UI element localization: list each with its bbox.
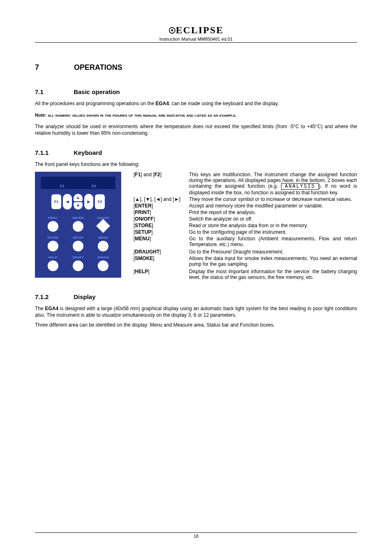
panel-button-label: MENU (99, 236, 108, 240)
right-arrow-key[interactable]: ► (84, 194, 93, 210)
key-description: This keys are multifunction. The instrum… (189, 172, 357, 196)
para-7-1-intro: All the procedures and programming opera… (35, 100, 357, 107)
page-header: ECLIPSE (35, 25, 357, 36)
menu-button[interactable] (98, 241, 108, 251)
panel-button-cell: DRAFT (68, 256, 88, 271)
key-desc-row: [HELP]Display the most important informa… (134, 269, 357, 280)
subsection-number: 7.1.1 (35, 149, 72, 156)
subsection-title: Basic operation (74, 88, 120, 95)
lcd-display: F1 F2 (41, 177, 115, 189)
key-description: Allows the data input for smoke index me… (189, 256, 357, 267)
left-arrow-key[interactable]: ◄ (63, 194, 72, 210)
key-name: [F1] and [F2] (134, 172, 189, 196)
product-name: EGA4 (156, 101, 169, 106)
panel-button-label: HELP (48, 256, 57, 259)
device-front-panel: F1 F2 F1 ◄ ▲ ▼ ► F2 PRINTENTERON/OFFSTOR… (35, 172, 121, 278)
header-subtitle: Instruction Manual MM850481 ed.01 (35, 37, 357, 43)
down-arrow-key[interactable]: ▼ (74, 202, 83, 210)
subsection-title: Display (74, 293, 95, 300)
text-fragment: is designed with a large (40x56 mm) grap… (35, 306, 357, 318)
subsection-7-1-1-heading: 7.1.1 Keyboard (35, 149, 357, 156)
subsection-number: 7.1.2 (35, 293, 72, 300)
para-7-1-1-intro: The front panel keys functions are the f… (35, 161, 357, 168)
key-desc-row: [SMOKE]Allows the data input for smoke i… (134, 256, 357, 267)
key-description: Switch the analyzer on or off. (189, 216, 357, 222)
text-fragment: The (35, 306, 45, 311)
key-description: Go to the Pressure/ Draught measurement. (189, 249, 357, 255)
text-fragment: , can be made using the keyboard and the… (169, 101, 279, 106)
setup-button[interactable] (73, 241, 83, 251)
brand-logo: ECLIPSE (168, 25, 224, 36)
section-title: OPERATIONS (74, 63, 122, 71)
brand-text: ECLIPSE (176, 25, 224, 35)
panel-button-cell: ON/OFF (94, 216, 113, 232)
key-description: Go to the configuring page of the instru… (189, 229, 357, 235)
key-desc-row: [F1] and [F2]This keys are multifunction… (134, 172, 357, 196)
smoke-button[interactable] (98, 260, 108, 271)
key-name: [MENU] (134, 236, 189, 247)
key-description-table: [F1] and [F2]This keys are multifunction… (134, 172, 357, 281)
key-name: [ENTER] (134, 203, 189, 209)
key-desc-row: [MENU]Go to the auxiliary function (Ambi… (134, 236, 357, 247)
note-text: all numeric values shown in the figures … (48, 113, 237, 117)
section-heading: 7 OPERATIONS (35, 63, 357, 72)
svg-point-1 (171, 30, 173, 32)
button-grid: PRINTENTERON/OFFSTORESETUPMENUHELPDRAFTS… (39, 216, 117, 271)
lcd-f1-label: F1 (60, 184, 65, 188)
panel-button-label: DRAFT (72, 256, 83, 259)
key-description: Read or store the analysis data from or … (189, 223, 357, 228)
on-off-button[interactable] (96, 219, 110, 233)
key-desc-row: [▲], [▼], [◄] and [►]They move the curso… (134, 196, 357, 202)
key-name: [STORE] (134, 223, 189, 228)
up-arrow-key[interactable]: ▲ (74, 194, 83, 201)
section-number: 7 (35, 63, 72, 72)
text-fragment: All the procedures and programming opera… (35, 101, 156, 106)
panel-button-label: SETUP (73, 236, 84, 240)
subsection-number: 7.1 (35, 88, 72, 95)
enter-button[interactable] (73, 221, 83, 232)
key-desc-row: [ON/OFF]Switch the analyzer on or off. (134, 216, 357, 222)
key-name: [▲], [▼], [◄] and [►] (134, 196, 189, 202)
draft-button[interactable] (73, 260, 83, 271)
subsection-7-1-2-heading: 7.1.2 Display (35, 293, 357, 300)
product-name: EGA4 (45, 306, 58, 311)
subsection-7-1-heading: 7.1 Basic operation (35, 88, 357, 95)
logo-mark-icon (168, 27, 176, 34)
page-footer: 18 (35, 532, 357, 539)
f2-key[interactable]: F2 (95, 194, 105, 209)
panel-button-cell: STORE (43, 236, 62, 251)
key-desc-row: [SETUP]Go to the configuring page of the… (134, 229, 357, 235)
panel-button-label: STORE (47, 236, 58, 240)
key-description: Accept and memory store the modified par… (189, 203, 357, 209)
key-name: [PRINT] (134, 210, 189, 215)
key-desc-row: [ENTER]Accept and memory store the modif… (134, 203, 357, 209)
lcd-f2-label: F2 (92, 184, 96, 188)
para-7-1-env: The analyzer should be used in environme… (35, 123, 357, 136)
key-description: Print the report of the analysis. (189, 210, 357, 215)
print-button[interactable] (48, 221, 58, 232)
panel-button-cell: ENTER (68, 216, 88, 232)
help-button[interactable] (48, 260, 58, 271)
key-name: [ON/OFF] (134, 216, 189, 222)
note-line: Note: all numeric values shown in the fi… (35, 113, 357, 117)
nav-keys-row: F1 ◄ ▲ ▼ ► F2 (39, 194, 117, 210)
panel-button-cell: MENU (94, 236, 113, 251)
page-number: 18 (194, 534, 198, 539)
key-description: Go to the auxiliary function (Ambient me… (189, 236, 357, 247)
key-name: [DRAUGHT] (134, 249, 189, 255)
panel-button-label: ENTER (72, 216, 83, 220)
f1-key[interactable]: F1 (51, 194, 61, 209)
key-name: [SETUP] (134, 229, 189, 235)
key-description: Display the most important information f… (189, 269, 357, 280)
note-label: Note: (35, 113, 48, 117)
store-button[interactable] (48, 241, 58, 251)
panel-button-label: PRINT (48, 216, 58, 220)
panel-button-cell: HELP (43, 256, 62, 271)
panel-button-cell: SMOKE (94, 256, 113, 271)
key-desc-row: [PRINT]Print the report of the analysis. (134, 210, 357, 215)
key-description: They move the cursor symbol or to increa… (189, 196, 357, 202)
subsection-title: Keyboard (74, 149, 102, 156)
key-name: [HELP] (134, 269, 189, 280)
para-7-1-2-areas: Three different area can be identified o… (35, 322, 357, 328)
panel-button-cell: SETUP (68, 236, 88, 251)
